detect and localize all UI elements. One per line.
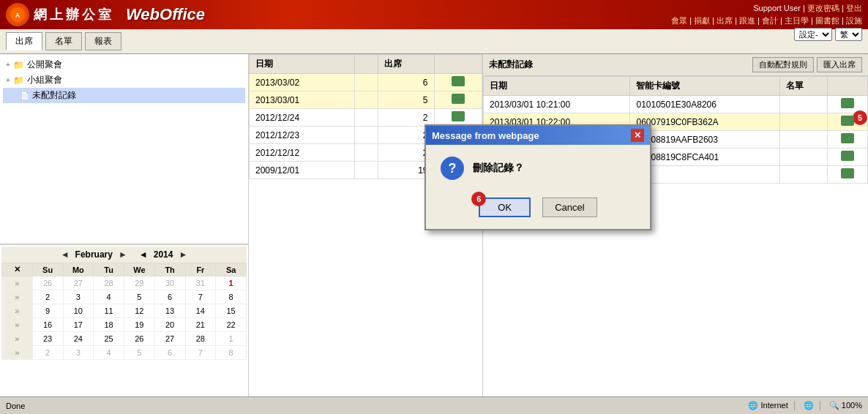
- modal-message: 刪除記錄？: [473, 162, 524, 175]
- modal-footer: 6 OK Cancel: [426, 192, 650, 229]
- modal-ok-button[interactable]: OK: [479, 197, 531, 217]
- modal-title: Message from webpage: [432, 130, 539, 141]
- message-dialog: Message from webpage ✕ ? 刪除記錄？ 6 OK Canc…: [424, 124, 651, 230]
- modal-body: ? 刪除記錄？: [426, 145, 650, 192]
- modal-question-icon: ?: [441, 157, 464, 180]
- modal-cancel-button[interactable]: Cancel: [542, 197, 596, 217]
- modal-title-bar: Message from webpage ✕: [426, 126, 650, 145]
- modal-close-button[interactable]: ✕: [631, 129, 644, 142]
- modal-overlay: Message from webpage ✕ ? 刪除記錄？ 6 OK Canc…: [0, 0, 868, 414]
